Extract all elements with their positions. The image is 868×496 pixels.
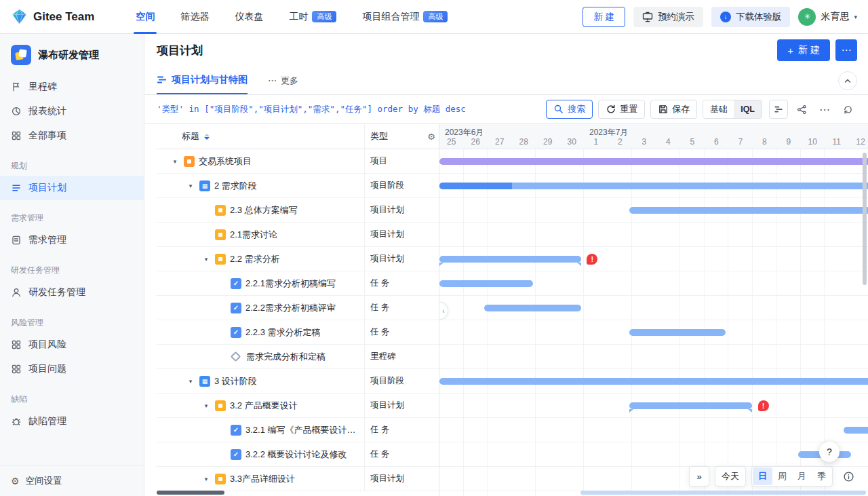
table-row[interactable]: ▾交易系统项目项目	[157, 149, 439, 174]
row-expand-caret-icon[interactable]: ▾	[186, 378, 195, 385]
new-item-button[interactable]: + 新 建	[777, 39, 830, 61]
collapse-panel-button[interactable]	[838, 71, 857, 90]
scale-month[interactable]: 月	[792, 468, 812, 485]
sidebar-item-project-plan[interactable]: 项目计划	[0, 176, 144, 200]
task-table: 标题 类型 ⚙ ▾交易系统项目项目▾▦2 需求阶段项目阶段2.3 总体方案编写项…	[145, 124, 439, 496]
gitee-gem-logo-icon	[11, 8, 28, 25]
gantt-bar-phase[interactable]	[439, 378, 868, 385]
brand[interactable]: Gitee Team	[11, 8, 94, 25]
table-row[interactable]: ✓2.2.1需求分析初稿编写任 务	[157, 271, 439, 296]
sidebar-item-space-settings[interactable]: ⚙ 空间设置	[0, 465, 144, 496]
table-row[interactable]: 2.1需求讨论项目计划	[157, 223, 439, 247]
search-label: 搜索	[568, 103, 585, 115]
expand-controls-button[interactable]: »	[689, 466, 709, 487]
row-expand-caret-icon[interactable]: ▾	[186, 183, 195, 189]
table-horizontal-scrollbar[interactable]	[157, 491, 224, 495]
more-options-button[interactable]: ⋯	[815, 100, 834, 119]
row-expand-caret-icon[interactable]: ▾	[201, 476, 211, 482]
row-expand-caret-icon[interactable]: ▾	[201, 402, 211, 409]
gantt-bar-task[interactable]	[629, 207, 868, 214]
download-trial-button[interactable]: ↓ 下载体验版	[711, 7, 791, 27]
sidebar-item-project-issues[interactable]: 项目问题	[0, 357, 144, 381]
row-title-cell: 2.3 总体方案编写	[157, 198, 364, 222]
table-row[interactable]: 2.3 总体方案编写项目计划	[157, 198, 439, 223]
avatar: ✳	[798, 8, 816, 26]
nav-item-worktime[interactable]: 工时高级	[276, 0, 349, 34]
task-type-icon: ✓	[231, 327, 241, 338]
sidebar-item-reports[interactable]: 报表统计	[0, 99, 144, 123]
save-button[interactable]: 保存	[650, 100, 697, 119]
timeline-day-label: 8	[753, 137, 777, 147]
gantt-bar-task[interactable]	[844, 427, 868, 434]
search-button[interactable]: 搜索	[546, 100, 593, 119]
gantt-bar-summary[interactable]	[629, 402, 752, 409]
column-header-title[interactable]: 标题	[157, 124, 364, 149]
overdue-warning-icon[interactable]: !	[758, 400, 769, 411]
nav-item-dashboard[interactable]: 仪表盘	[222, 0, 276, 34]
sidebar-item-milestones[interactable]: 里程碑	[0, 75, 144, 99]
sidebar-group-risks: 风险管理	[0, 305, 144, 332]
share-button[interactable]	[792, 100, 811, 119]
iql-query-text[interactable]: '类型' in ["项目阶段","项目计划","需求","任务"] order …	[157, 104, 540, 115]
mode-basic[interactable]: 基础	[703, 100, 734, 118]
sidebar-item-project-risks[interactable]: 项目风险	[0, 332, 144, 357]
demo-button[interactable]: 预约演示	[633, 7, 703, 27]
gantt-bar-summary[interactable]	[439, 256, 581, 263]
scale-quarter[interactable]: 季	[812, 468, 831, 485]
tab-more[interactable]: ⋯ 更多	[268, 66, 298, 94]
row-title-cell: ▾2.2 需求分析	[157, 247, 364, 271]
scale-week[interactable]: 周	[772, 468, 792, 485]
topbar-new-button[interactable]: 新 建	[583, 7, 625, 27]
help-button[interactable]: ?	[819, 442, 840, 462]
flag-icon	[11, 81, 22, 92]
reset-label: 重置	[620, 103, 637, 115]
sidebar-item-dev-task-mgmt[interactable]: 研发任务管理	[0, 280, 144, 305]
table-row[interactable]: ✓3.2.1 编写《产品概要设计》 ...任 务	[157, 418, 439, 442]
table-row[interactable]: ▾3.2 产品概要设计项目计划	[157, 394, 439, 418]
gantt-bar-task[interactable]	[439, 280, 533, 287]
table-row[interactable]: 需求完成分析和定稿里程碑	[157, 345, 439, 369]
workspace-header[interactable]: 瀑布研发管理	[0, 34, 144, 75]
today-button[interactable]: 今天	[715, 466, 746, 487]
sidebar-item-label: 报表统计	[28, 105, 66, 117]
pie-chart-icon	[11, 106, 22, 117]
reset-button[interactable]: 重置	[598, 100, 645, 119]
gantt-bar-task[interactable]	[629, 329, 726, 336]
row-expand-caret-icon[interactable]: ▾	[170, 158, 180, 165]
table-row[interactable]: ▾2.2 需求分析项目计划	[157, 247, 439, 271]
table-row[interactable]: ✓3.2.2 概要设计讨论及修改任 务	[157, 442, 439, 467]
more-actions-button[interactable]: ⋯	[835, 39, 857, 61]
table-row[interactable]: ▾▦2 需求阶段项目阶段	[157, 174, 439, 198]
column-settings-button[interactable]: ⚙	[424, 124, 439, 149]
gantt-timeline-header: 2023年6月2023年7月 2526272829301234567891011…	[439, 124, 868, 149]
refresh-button[interactable]	[838, 100, 857, 119]
row-title-cell: ✓3.2.2 概要设计讨论及修改	[157, 442, 364, 466]
premium-badge: 高级	[423, 11, 448, 22]
nav-item-space[interactable]: 空间	[123, 0, 167, 34]
nav-item-filters[interactable]: 筛选器	[167, 0, 222, 34]
user-menu[interactable]: ✳ 米育思 ▾	[798, 8, 857, 26]
gantt-view-toggle-button[interactable]	[769, 100, 788, 119]
table-row[interactable]: ▾▦3 设计阶段项目阶段	[157, 369, 439, 394]
table-row[interactable]: ✓2.2.2需求分析初稿评审任 务	[157, 296, 439, 320]
gantt-bar-project[interactable]	[439, 158, 868, 165]
gantt-horizontal-scrollbar[interactable]	[580, 491, 866, 495]
tab-plan-gantt[interactable]: 项目计划与甘特图	[157, 66, 248, 94]
sidebar-item-requirements[interactable]: 需求管理	[0, 228, 144, 252]
table-row[interactable]: ✓2.2.3 需求分析定稿任 务	[157, 320, 439, 345]
sidebar-item-all-items[interactable]: 全部事项	[0, 123, 144, 148]
vertical-scrollbar[interactable]	[863, 153, 867, 285]
gantt-bar-phase[interactable]	[439, 183, 868, 189]
sort-icon[interactable]	[204, 134, 210, 140]
scale-day[interactable]: 日	[753, 468, 772, 485]
sidebar: 瀑布研发管理 里程碑 报表统计 全部事项 规划 项目计划 需求管理 需求管理 研…	[0, 34, 144, 496]
sidebar-item-defect-mgmt[interactable]: 缺陷管理	[0, 409, 144, 434]
gantt-bar-task[interactable]	[484, 305, 582, 311]
table-row[interactable]: ▾3.3产品详细设计项目计划	[157, 467, 439, 491]
nav-item-portfolio[interactable]: 项目组合管理高级	[349, 0, 460, 34]
mode-iql[interactable]: IQL	[734, 100, 762, 118]
info-button[interactable]	[838, 466, 859, 487]
column-header-type[interactable]: 类型	[364, 124, 424, 149]
row-expand-caret-icon[interactable]: ▾	[201, 256, 211, 263]
table-header: 标题 类型 ⚙	[157, 124, 439, 149]
